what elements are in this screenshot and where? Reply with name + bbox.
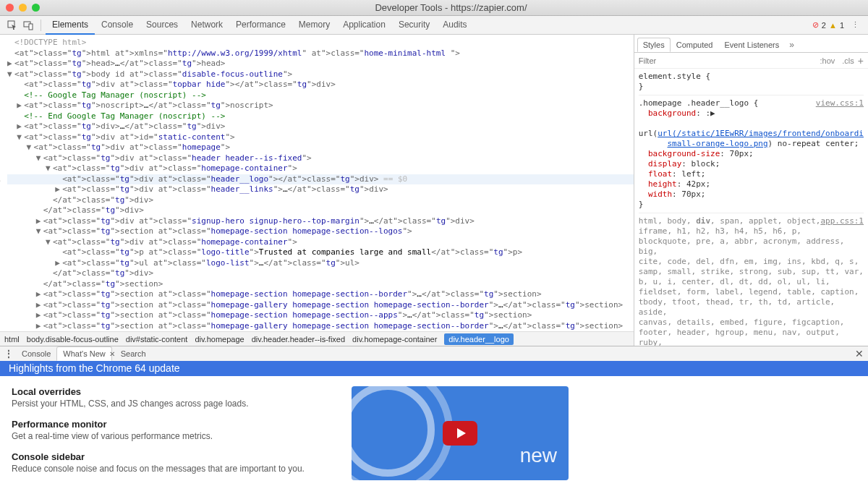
dom-node[interactable]: <at">class="tg">div at">class="topbar hi…: [7, 80, 634, 90]
tab-sources[interactable]: Sources: [140, 16, 184, 35]
dom-node[interactable]: <!DOCTYPE html>: [7, 38, 634, 48]
svg-rect-2: [29, 24, 33, 30]
drawer-tab-console[interactable]: Console: [16, 347, 56, 360]
dom-node[interactable]: </at">class="tg">div>: [7, 205, 634, 216]
breadcrumb[interactable]: htmlbody.disable-focus-outlinediv#static…: [0, 331, 634, 346]
dom-node[interactable]: ▼<at">class="tg">div at">class="homepage…: [7, 237, 634, 248]
whats-new-headline: Highlights from the Chrome 64 update: [0, 361, 868, 376]
dom-node[interactable]: ▶<at">class="tg">ul at">class="logo-list…: [7, 258, 634, 269]
tab-elements[interactable]: Elements: [46, 16, 95, 35]
dom-node[interactable]: ▶<at">class="tg">noscript>…</at">class="…: [7, 101, 634, 111]
breadcrumb-item[interactable]: div.header__logo: [444, 333, 514, 345]
cls-toggle[interactable]: .cls: [838, 56, 858, 65]
drawer: ⋮ ConsoleWhat's New✕Search ✕ Highlights …: [0, 346, 868, 494]
error-count: 2: [822, 21, 826, 30]
feature-item: Performance monitorGet a real-time view …: [12, 419, 330, 441]
tab-close-icon[interactable]: ✕: [109, 350, 115, 358]
dom-node[interactable]: <at">class="tg">html at">xmlns="http://w…: [7, 48, 634, 59]
dom-node[interactable]: <at">class="tg">p at">class="logo-title"…: [7, 247, 634, 258]
tab-application[interactable]: Application: [336, 16, 392, 35]
styles-pane-tabs: StylesComputedEvent Listeners»: [634, 35, 868, 53]
dom-node[interactable]: … <at">class="tg">div at">class="header_…: [7, 174, 634, 185]
styles-filter-row: :hov .cls +: [634, 53, 868, 69]
dom-node[interactable]: ▶<at">class="tg">div at">class="header__…: [7, 184, 634, 195]
close-window-icon[interactable]: [6, 4, 14, 12]
minimize-window-icon[interactable]: [19, 4, 27, 12]
styles-filter-input[interactable]: [639, 56, 817, 65]
feature-item: Local overridesPersist your HTML, CSS, a…: [12, 386, 330, 409]
error-count-icon[interactable]: ⊘: [812, 20, 819, 30]
warning-count: 1: [840, 21, 844, 30]
breadcrumb-item[interactable]: div.homepage: [195, 335, 244, 344]
feature-title: Console sidebar: [12, 451, 330, 462]
dom-node[interactable]: ▶<at">class="tg">div>…</at">class="tg">d…: [7, 122, 634, 132]
styles-tab-computed[interactable]: Computed: [671, 38, 719, 52]
dom-node[interactable]: ▼<at">class="tg">div at">id="static-cont…: [7, 132, 634, 143]
elements-tree[interactable]: <!DOCTYPE html> <at">class="tg">html at"…: [0, 35, 634, 331]
whats-new-video[interactable]: new: [352, 386, 569, 480]
tab-console[interactable]: Console: [95, 16, 140, 35]
styles-pane[interactable]: element.style { }view.css:1.homepage .he…: [634, 69, 868, 346]
drawer-tab-search[interactable]: Search: [115, 347, 152, 360]
tab-audits[interactable]: Audits: [436, 16, 473, 35]
dom-node[interactable]: </at">class="tg">div>: [7, 195, 634, 206]
breadcrumb-item[interactable]: div#static-content: [126, 335, 188, 344]
breadcrumb-item[interactable]: div.homepage-container: [352, 335, 437, 344]
dom-node[interactable]: </at">class="tg">section>: [7, 279, 634, 290]
dom-node[interactable]: ▶<at">class="tg">div at">class="signup-h…: [7, 216, 634, 227]
inspect-icon[interactable]: [7, 20, 18, 31]
feature-title: Performance monitor: [12, 419, 330, 430]
warning-count-icon[interactable]: ▲: [829, 21, 837, 30]
more-tabs-icon[interactable]: »: [789, 40, 794, 50]
window-titlebar: Developer Tools - https://zapier.com/: [0, 0, 868, 16]
tab-performance[interactable]: Performance: [229, 16, 292, 35]
drawer-menu-icon[interactable]: ⋮: [4, 349, 13, 359]
breadcrumb-item[interactable]: div.header.header--is-fixed: [252, 335, 345, 344]
tab-security[interactable]: Security: [392, 16, 436, 35]
dom-node[interactable]: ▶<at">class="tg">head>…</at">class="tg">…: [7, 59, 634, 69]
video-caption: new: [520, 444, 557, 467]
tab-memory[interactable]: Memory: [292, 16, 336, 35]
dom-node[interactable]: ▶<at">class="tg">section at">class="home…: [7, 300, 634, 311]
device-toggle-icon[interactable]: [22, 20, 34, 31]
dom-node[interactable]: ▼<at">class="tg">section at">class="home…: [7, 226, 634, 237]
drawer-tab-what-s-new[interactable]: What's New: [56, 346, 111, 361]
window-title: Developer Tools - https://zapier.com/: [40, 2, 862, 13]
dom-node[interactable]: <!-- End Google Tag Manager (noscript) -…: [7, 111, 634, 122]
dom-node[interactable]: ▼<at">class="tg">div at">class="header h…: [7, 153, 634, 164]
dom-node[interactable]: ▼<at">class="tg">div at">class="homepage…: [7, 142, 634, 153]
new-style-rule-icon[interactable]: +: [858, 55, 864, 67]
feature-desc: Get a real-time view of various performa…: [12, 431, 330, 441]
dom-node[interactable]: </at">class="tg">div>: [7, 268, 634, 279]
more-menu-icon[interactable]: ⋮: [847, 20, 864, 30]
dom-node[interactable]: ▶<at">class="tg">section at">class="home…: [7, 321, 634, 332]
drawer-close-icon[interactable]: ✕: [855, 348, 864, 359]
dom-node[interactable]: ▼<at">class="tg">div at">class="homepage…: [7, 163, 634, 174]
feature-desc: Reduce console noise and focus on the me…: [12, 464, 330, 474]
dom-node[interactable]: ▼<at">class="tg">body id at">class="disa…: [7, 69, 634, 80]
drawer-tabs: ⋮ ConsoleWhat's New✕Search ✕: [0, 346, 868, 361]
dom-node[interactable]: ▶<at">class="tg">section at">class="home…: [7, 289, 634, 300]
feature-desc: Persist your HTML, CSS, and JS changes a…: [12, 399, 330, 409]
maximize-window-icon[interactable]: [32, 4, 40, 12]
styles-tab-event-listeners[interactable]: Event Listeners: [718, 38, 785, 52]
feature-item: Console sidebarReduce console noise and …: [12, 451, 330, 474]
dom-node[interactable]: <!-- Google Tag Manager (noscript) -->: [7, 90, 634, 101]
tab-network[interactable]: Network: [184, 16, 229, 35]
styles-tab-styles[interactable]: Styles: [637, 38, 671, 52]
feature-title: Local overrides: [12, 386, 330, 397]
panel-tabs: ElementsConsoleSourcesNetworkPerformance…: [46, 16, 474, 35]
window-controls: [6, 4, 40, 12]
breadcrumb-item[interactable]: html: [4, 335, 20, 344]
hov-toggle[interactable]: :hov: [817, 56, 839, 65]
breadcrumb-item[interactable]: body.disable-focus-outline: [27, 335, 119, 344]
devtools-toolbar: ElementsConsoleSourcesNetworkPerformance…: [0, 16, 868, 35]
play-icon[interactable]: [443, 421, 477, 446]
whats-new-body: Local overridesPersist your HTML, CSS, a…: [0, 376, 868, 494]
dom-node[interactable]: ▶<at">class="tg">section at">class="home…: [7, 310, 634, 321]
